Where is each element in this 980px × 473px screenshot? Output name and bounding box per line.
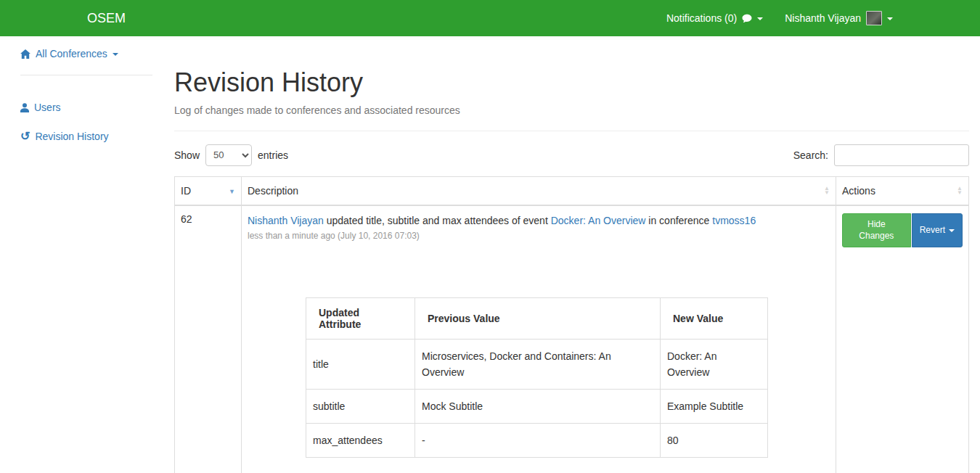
search-label: Search: (793, 149, 828, 161)
notifications-label: Notifications (0) (666, 12, 737, 24)
revision-summary: Nishanth Vijayan updated title, subtitle… (248, 213, 830, 229)
revisions-table: ID ▼ Description ▲▼ Actions ▲▼ (174, 176, 969, 473)
changes-header-new: New Value (661, 297, 768, 339)
changes-header-previous: Previous Value (415, 297, 661, 339)
entries-select[interactable]: 50 (205, 144, 252, 166)
page-length-control: Show 50 entries (174, 144, 288, 166)
header-actions[interactable]: Actions ▲▼ (836, 176, 969, 205)
event-link[interactable]: Docker: An Overview (551, 215, 646, 226)
sidebar-divider (20, 75, 152, 75)
caret-down-icon (757, 17, 763, 20)
timestamp: less than a minute ago (July 10, 2016 07… (248, 231, 830, 241)
table-header-row: ID ▼ Description ▲▼ Actions ▲▼ (175, 176, 969, 205)
caret-down-icon (887, 17, 893, 20)
caret-down-icon (949, 229, 955, 232)
table-row: 62 Nishanth Vijayan updated title, subti… (175, 205, 969, 473)
sort-both-icon: ▲▼ (824, 186, 830, 195)
change-previous-value: - (415, 423, 661, 457)
change-new-value: Example Subtitle (661, 389, 768, 423)
header-actions-label: Actions (842, 185, 875, 197)
history-icon: ↺ (20, 131, 30, 141)
revision-id-cell: 62 (175, 205, 242, 473)
summary-text: in conference (648, 215, 709, 226)
navbar-right: Notifications (0) Nishanth Vijayan (656, 0, 904, 36)
navbar-container: OSEM Notifications (0) Nishanth Vijayan (76, 0, 904, 36)
all-conferences-label: All Conferences (36, 48, 107, 59)
actions-button-group: Hide Changes Revert (842, 213, 963, 248)
page-title: Revision History (174, 68, 969, 97)
sidebar: All Conferences Users ↺ Revision History (0, 36, 163, 142)
notifications-dropdown[interactable]: Notifications (0) (656, 0, 774, 36)
sort-both-icon: ▲▼ (957, 186, 963, 195)
caret-down-icon (113, 53, 118, 56)
user-name: Nishanth Vijayan (785, 12, 861, 24)
page-layout: All Conferences Users ↺ Revision History… (0, 36, 980, 473)
hide-changes-button[interactable]: Hide Changes (842, 213, 911, 248)
change-attribute: title (306, 339, 415, 389)
top-navbar: OSEM Notifications (0) Nishanth Vijayan (0, 0, 980, 36)
change-new-value: Docker: An Overview (661, 339, 768, 389)
entries-label: entries (258, 149, 288, 161)
change-previous-value: Mock Subtitle (415, 389, 661, 423)
all-conferences-dropdown[interactable]: All Conferences (20, 48, 152, 59)
conference-link[interactable]: tvmoss16 (712, 215, 756, 226)
search-control: Search: (793, 144, 969, 166)
revert-button[interactable]: Revert (912, 213, 963, 248)
search-input[interactable] (834, 144, 969, 166)
table-controls: Show 50 entries Search: (174, 144, 969, 166)
main-content: Revision History Log of changes made to … (163, 36, 980, 473)
header-id[interactable]: ID ▼ (175, 176, 242, 205)
avatar (866, 11, 882, 25)
revision-description-cell: Nishanth Vijayan updated title, subtitle… (242, 205, 836, 473)
show-label: Show (174, 149, 200, 161)
users-label: Users (34, 102, 61, 113)
header-id-label: ID (181, 185, 191, 197)
changes-header-attribute: Updated Attribute (306, 297, 415, 339)
changes-header-row: Updated Attribute Previous Value New Val… (306, 297, 768, 339)
user-link[interactable]: Nishanth Vijayan (248, 215, 324, 226)
home-icon (20, 49, 30, 59)
summary-text: updated title, subtitle and max attendee… (327, 215, 548, 226)
change-attribute: subtitle (306, 389, 415, 423)
change-row: max_attendees - 80 (306, 423, 768, 457)
divider (174, 131, 969, 131)
change-row: title Microservices, Docker and Containe… (306, 339, 768, 389)
sidebar-item-revision-history[interactable]: ↺ Revision History (20, 131, 152, 142)
changes-table: Updated Attribute Previous Value New Val… (306, 297, 768, 458)
change-new-value: 80 (661, 423, 768, 457)
revision-history-label: Revision History (35, 131, 108, 142)
change-attribute: max_attendees (306, 423, 415, 457)
user-icon (20, 103, 29, 112)
revert-label: Revert (920, 224, 945, 236)
brand-link[interactable]: OSEM (76, 11, 136, 26)
change-previous-value: Microservices, Docker and Containers: An… (415, 339, 661, 389)
change-row: subtitle Mock Subtitle Example Subtitle (306, 389, 768, 423)
header-description-label: Description (248, 185, 298, 197)
sort-desc-icon: ▼ (229, 188, 235, 195)
header-description[interactable]: Description ▲▼ (242, 176, 836, 205)
page-subtitle: Log of changes made to conferences and a… (174, 104, 969, 116)
comment-icon (742, 14, 752, 23)
sidebar-item-users[interactable]: Users (20, 102, 152, 113)
user-dropdown[interactable]: Nishanth Vijayan (774, 0, 904, 36)
app: OSEM Notifications (0) Nishanth Vijayan (0, 0, 980, 473)
revision-actions-cell: Hide Changes Revert (836, 205, 969, 473)
